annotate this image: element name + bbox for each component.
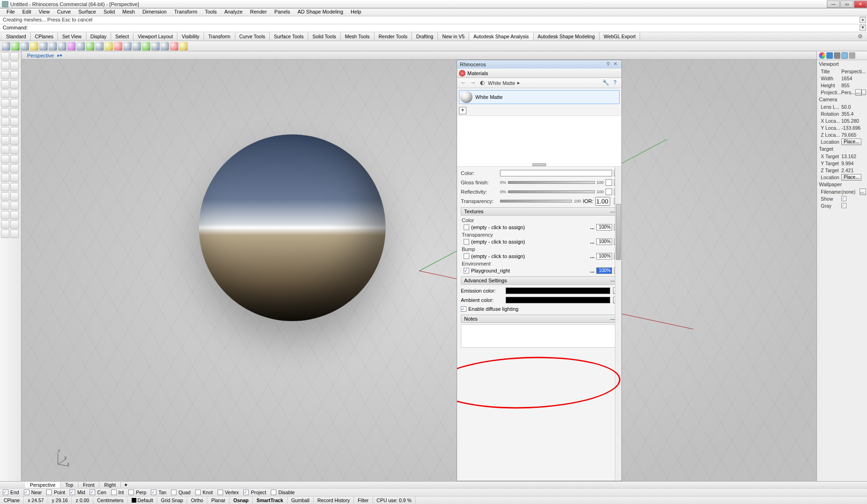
toolbar-tab-curve-tools[interactable]: Curve Tools xyxy=(235,33,270,40)
menu-ad-shape-modeling[interactable]: AD Shape Modeling xyxy=(294,8,347,16)
menu-analyze[interactable]: Analyze xyxy=(220,8,246,16)
tex-color-value[interactable]: (empty - click to assign) xyxy=(471,224,588,230)
projection-dropdown[interactable] xyxy=(861,90,866,95)
toolbar-tab-set-view[interactable]: Set View xyxy=(58,33,86,40)
tex-bump-checkbox[interactable] xyxy=(464,253,469,259)
x-location-value[interactable]: 105.280 xyxy=(841,118,866,124)
toolbar-button-15[interactable] xyxy=(142,42,150,50)
material-tools-icon[interactable]: 🔧 xyxy=(602,79,609,87)
osnap-point-checkbox[interactable] xyxy=(46,490,52,495)
command-scroll-up[interactable]: ▴ xyxy=(860,17,866,23)
material-breadcrumb[interactable]: White Matte xyxy=(488,80,515,86)
tool-button-9[interactable] xyxy=(10,90,19,98)
tool-button-39[interactable] xyxy=(10,230,19,238)
toolbar-tab-viewport-layout[interactable]: Viewport Layout xyxy=(134,33,177,40)
menu-dimension[interactable]: Dimension xyxy=(139,8,170,16)
tool-button-19[interactable] xyxy=(10,136,19,145)
status-record-history[interactable]: Record History xyxy=(314,497,354,504)
diffuse-lighting-row[interactable]: Enable diffuse lighting xyxy=(461,305,619,313)
z-location-value[interactable]: 79.665 xyxy=(841,132,866,138)
status-ortho[interactable]: Ortho xyxy=(187,497,207,504)
menu-surface[interactable]: Surface xyxy=(75,8,100,16)
tool-button-16[interactable] xyxy=(1,127,9,135)
viewport-tab-top[interactable]: Top xyxy=(61,482,78,488)
panel-titlebar[interactable]: Rhinoceros ⚲ ✕ xyxy=(457,60,621,69)
tool-button-31[interactable] xyxy=(10,192,19,201)
material-list-item[interactable]: White Matte xyxy=(459,90,620,104)
tex-bump-pct[interactable]: 100% xyxy=(596,253,612,259)
toolbar-button-7[interactable] xyxy=(67,42,76,50)
tex-color-checkbox[interactable] xyxy=(464,224,469,230)
tool-button-2[interactable] xyxy=(1,62,9,70)
osnap-tan-checkbox[interactable] xyxy=(151,490,156,495)
notes-section-header[interactable]: Notes— xyxy=(461,315,619,323)
tool-button-37[interactable] xyxy=(10,220,19,229)
viewport-label[interactable]: Perspective xyxy=(23,52,57,59)
toolbar-button-6[interactable] xyxy=(58,42,66,50)
toolbar-button-19[interactable] xyxy=(179,42,188,50)
osnap-project-checkbox[interactable] xyxy=(243,490,249,495)
menu-tools[interactable]: Tools xyxy=(201,8,221,16)
wallpaper-filename[interactable]: (none) xyxy=(841,189,860,195)
tex-color-pct[interactable]: 100% xyxy=(596,224,612,231)
tex-trans-row[interactable]: (empty - click to assign) ... 100% xyxy=(461,238,619,246)
menu-render[interactable]: Render xyxy=(247,8,271,16)
add-viewport-tab[interactable]: ✦ xyxy=(121,482,131,488)
tex-trans-checkbox[interactable] xyxy=(464,239,469,245)
textures-section-header[interactable]: Textures— xyxy=(461,207,619,216)
tex-trans-browse[interactable]: ... xyxy=(590,239,594,245)
maximize-button[interactable]: ▭ xyxy=(840,0,853,8)
tex-trans-pct[interactable]: 100% xyxy=(596,238,612,245)
camera-place-button[interactable]: Place... xyxy=(841,139,861,145)
osnap-near-checkbox[interactable] xyxy=(24,490,29,495)
toolbar-button-12[interactable] xyxy=(114,42,122,50)
tool-button-8[interactable] xyxy=(1,90,9,98)
viewport-tab-right[interactable]: Right xyxy=(99,482,121,488)
tex-env-checkbox[interactable] xyxy=(464,268,469,273)
tool-button-4[interactable] xyxy=(1,71,9,79)
tool-button-14[interactable] xyxy=(1,118,9,126)
emission-swatch[interactable] xyxy=(506,287,610,294)
close-button[interactable]: ✕ xyxy=(854,0,867,8)
menu-view[interactable]: View xyxy=(35,8,54,16)
gloss-swatch[interactable] xyxy=(606,179,612,186)
rotation-value[interactable]: 355.4 xyxy=(841,111,866,117)
toolbar-tab-select[interactable]: Select xyxy=(111,33,134,40)
tool-button-17[interactable] xyxy=(10,127,19,135)
viewport-tab-perspective[interactable]: Perspective xyxy=(25,482,61,488)
menu-edit[interactable]: Edit xyxy=(19,8,35,16)
toolbar-button-10[interactable] xyxy=(95,42,104,50)
scrollbar-thumb[interactable] xyxy=(616,204,621,260)
props-scrollbar[interactable] xyxy=(615,167,621,481)
tool-button-35[interactable] xyxy=(10,211,19,219)
wallpaper-gray-checkbox[interactable] xyxy=(841,203,846,208)
tex-bump-value[interactable]: (empty - click to assign) xyxy=(471,253,588,259)
tex-env-browse[interactable]: ... xyxy=(590,268,594,273)
tex-trans-value[interactable]: (empty - click to assign) xyxy=(471,239,588,245)
tool-button-5[interactable] xyxy=(10,71,19,79)
gloss-slider[interactable] xyxy=(508,181,595,184)
osnap-cen-checkbox[interactable] xyxy=(90,490,95,495)
tool-button-21[interactable] xyxy=(10,146,19,154)
tex-color-row[interactable]: (empty - click to assign) ... 100% xyxy=(461,223,619,231)
toolbar-tab-visibility[interactable]: Visibility xyxy=(177,33,204,40)
osnap-mid-checkbox[interactable] xyxy=(70,490,75,495)
command-scroll-down[interactable]: ▾ xyxy=(860,25,866,31)
toolbar-tab-drafting[interactable]: Drafting xyxy=(412,33,438,40)
toolbar-options-gear-icon[interactable]: ⚙ xyxy=(858,33,864,40)
y-target-value[interactable]: 9.994 xyxy=(841,161,866,166)
minimize-button[interactable]: — xyxy=(827,0,840,8)
lens-value[interactable]: 50.0 xyxy=(841,104,866,110)
toolbar-button-17[interactable] xyxy=(161,42,169,50)
status-grid-snap[interactable]: Grid Snap xyxy=(157,497,187,504)
toolbar-tab-transform[interactable]: Transform xyxy=(204,33,235,40)
tex-env-value[interactable]: Playground_right xyxy=(471,268,588,273)
material-help-icon[interactable]: ? xyxy=(611,79,619,87)
status-units[interactable]: Centimeters xyxy=(93,497,128,504)
status-gumball[interactable]: Gumball xyxy=(288,497,314,504)
toolbar-button-16[interactable] xyxy=(151,42,160,50)
materials-tab-label[interactable]: Materials xyxy=(467,70,488,76)
status-filter[interactable]: Filter xyxy=(354,497,373,504)
tool-button-24[interactable] xyxy=(1,164,9,173)
nav-forward-icon[interactable]: → xyxy=(469,79,477,87)
